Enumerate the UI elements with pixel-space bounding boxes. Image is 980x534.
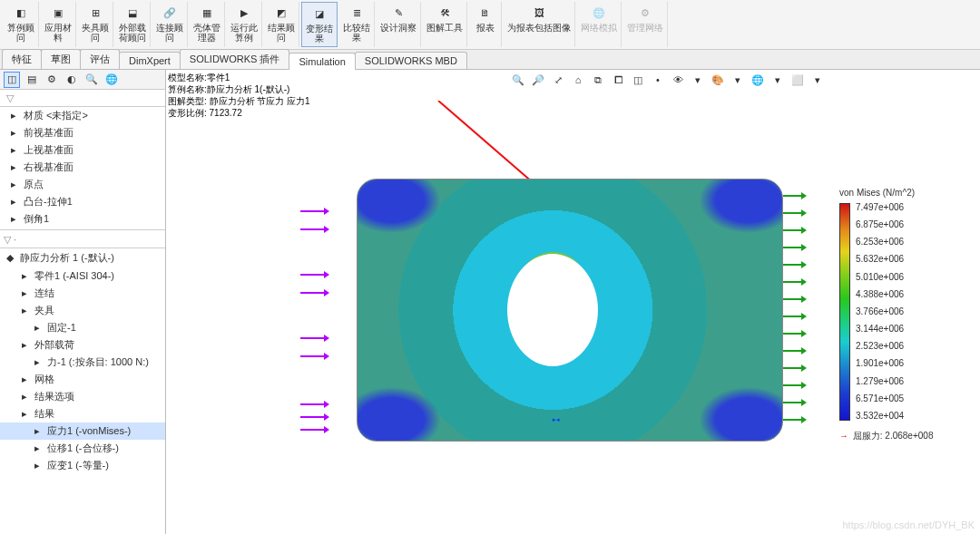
fixture-arrow-icon	[783, 316, 805, 317]
view-tool-5[interactable]: ⧠	[610, 72, 626, 88]
ribbon-item-4[interactable]: 🔗连接顾 问	[152, 2, 188, 47]
view-tool-2[interactable]: ⤢	[550, 72, 566, 88]
legend-tick: 1.279e+006	[856, 377, 904, 386]
tree-item[interactable]: ▸连结	[0, 285, 165, 302]
view-tool-0[interactable]: 🔍	[510, 72, 526, 88]
view-tool-13[interactable]: ▾	[769, 72, 786, 88]
tab-simulation[interactable]: Simulation	[289, 53, 355, 70]
ribbon-label: 连接顾 问	[156, 23, 183, 43]
tree-item[interactable]: ▸倒角1	[0, 210, 165, 228]
mesh-icon: ▸	[18, 374, 31, 386]
view-tool-15[interactable]: ▾	[809, 72, 826, 88]
tab-特征[interactable]: 特征	[2, 49, 42, 69]
feature-tree[interactable]: ▸材质 <未指定>▸前视基准面▸上视基准面▸右视基准面▸原点▸凸台-拉伸1▸倒角…	[0, 107, 165, 534]
ribbon-item-13[interactable]: 🖼为报表包括图像	[504, 2, 575, 47]
tree-item[interactable]: ▸材质 <未指定>	[0, 107, 165, 124]
ribbon-item-10[interactable]: ✎设计洞察	[377, 2, 421, 47]
graphics-viewport[interactable]: 模型名称:零件1算例名称:静应力分析 1(-默认-)图解类型: 静应力分析 节应…	[166, 70, 980, 534]
fm-tab-1[interactable]: ▤	[24, 72, 40, 88]
ribbon-icon: 🛠	[436, 4, 454, 22]
tab-评估[interactable]: 评估	[80, 49, 120, 69]
tree-item[interactable]: ▸固定-1	[0, 319, 165, 336]
tab-solidworks-mbd[interactable]: SOLIDWORKS MBD	[355, 52, 467, 69]
tree-item[interactable]: ▸力-1 (:按条目: 1000 N:)	[0, 354, 165, 371]
tree-item[interactable]: ▸结果	[0, 405, 165, 422]
ribbon-icon: ◧	[12, 4, 30, 22]
tree-item[interactable]: ▸应力1 (-vonMises-)	[0, 422, 165, 440]
view-tool-3[interactable]: ⌂	[570, 72, 586, 88]
feature-manager-panel: ◫▤⚙◐🔍🌐 ▽ ▸材质 <未指定>▸前视基准面▸上视基准面▸右视基准面▸原点▸…	[0, 70, 166, 534]
info-line: 算例名称:静应力分析 1(-默认-)	[168, 83, 310, 95]
view-tool-1[interactable]: 🔎	[530, 72, 546, 88]
tree-label: 右视基准面	[24, 160, 74, 174]
ribbon-icon: ◩	[272, 4, 290, 22]
study-filter[interactable]: ▽ ·	[0, 232, 165, 248]
ribbon-item-8[interactable]: ◪变形结 果	[301, 2, 338, 47]
ribbon-item-5[interactable]: ▦壳体管 理器	[190, 2, 225, 47]
fixture-arrow-icon	[783, 350, 805, 352]
ribbon-item-2[interactable]: ⊞夹具顾 问	[78, 2, 113, 47]
ribbon-icon: ▶	[235, 4, 253, 22]
ribbon-item-11[interactable]: 🛠图解工具	[423, 2, 467, 47]
ribbon-item-7[interactable]: ◩结果顾 问	[264, 2, 299, 47]
tab-solidworks-插件[interactable]: SOLIDWORKS 插件	[180, 49, 290, 69]
ribbon-label: 结果顾 问	[268, 23, 295, 43]
tree-item[interactable]: ▸原点	[0, 176, 165, 193]
ribbon-icon: ≣	[348, 4, 366, 22]
feature-filter[interactable]: ▽	[0, 90, 165, 107]
legend-tick: 2.523e+006	[856, 342, 904, 351]
fm-tab-3[interactable]: ◐	[64, 72, 80, 88]
ribbon-label: 管理网络	[627, 23, 663, 33]
fm-tab-2[interactable]: ⚙	[44, 72, 60, 88]
fixture-arrow-icon	[783, 195, 805, 197]
tab-dimxpert[interactable]: DimXpert	[119, 52, 181, 69]
watermark: https://blog.csdn.net/DYH_BK	[842, 519, 975, 530]
tree-item[interactable]: ▸位移1 (-合位移-)	[0, 440, 165, 457]
tree-item[interactable]: ▸夹具	[0, 302, 165, 319]
fixture-arrow-icon	[783, 333, 805, 335]
tree-item[interactable]: ▸上视基准面	[0, 141, 165, 159]
force-arrow-icon	[300, 337, 328, 339]
view-tool-8[interactable]: 👁	[670, 72, 686, 88]
view-tool-14[interactable]: ⬜	[789, 72, 806, 88]
origin-icon: ▸	[7, 179, 20, 191]
view-tool-6[interactable]: ◫	[630, 72, 646, 88]
tree-item[interactable]: ▸结果选项	[0, 388, 165, 405]
ribbon-item-3[interactable]: ⬓外部载 荷顾问	[115, 2, 151, 47]
tree-item[interactable]: ▸外部载荷	[0, 336, 165, 354]
fm-tab-4[interactable]: 🔍	[83, 72, 100, 88]
view-tool-9[interactable]: ▾	[690, 72, 706, 88]
tree-label: 应力1 (-vonMises-)	[47, 424, 131, 438]
tree-label: 外部载荷	[34, 338, 74, 352]
fixture-icon: ▸	[31, 322, 44, 335]
tree-item[interactable]: ▸前视基准面	[0, 124, 165, 141]
feature-manager-tabs: ◫▤⚙◐🔍🌐	[0, 70, 165, 90]
ribbon-item-14: 🌐网络模拟	[577, 2, 622, 47]
tree-item[interactable]: ▸凸台-拉伸1	[0, 193, 165, 210]
ribbon-item-9[interactable]: ≣比较结 果	[339, 2, 375, 47]
ribbon-icon: 🗎	[476, 4, 495, 22]
strain-icon: ▸	[31, 460, 44, 472]
ribbon-label: 外部载 荷顾问	[119, 23, 146, 43]
fm-tab-5[interactable]: 🌐	[103, 72, 120, 88]
ribbon-icon: ▣	[49, 4, 67, 22]
ribbon-item-6[interactable]: ▶运行此 算例	[227, 2, 262, 47]
tree-item[interactable]: ▸应变1 (-等量-)	[0, 457, 165, 474]
tree-item[interactable]: ▸右视基准面	[0, 159, 165, 176]
view-tool-12[interactable]: 🌐	[750, 72, 766, 88]
view-tool-10[interactable]: 🎨	[710, 72, 726, 88]
study-root[interactable]: ◆静应力分析 1 (-默认-)	[0, 248, 165, 267]
ribbon-item-12[interactable]: 🗎报表	[469, 2, 502, 47]
view-tool-7[interactable]: •	[650, 72, 666, 88]
tree-item[interactable]: ▸零件1 (-AISI 304-)	[0, 267, 165, 285]
tree-item[interactable]: ▸网格	[0, 371, 165, 388]
tree-label: 上视基准面	[24, 143, 74, 157]
view-tool-11[interactable]: ▾	[730, 72, 746, 88]
tab-草图[interactable]: 草图	[41, 49, 81, 69]
force-arrow-icon	[300, 429, 328, 431]
fm-tab-0[interactable]: ◫	[4, 72, 20, 88]
ribbon-item-0[interactable]: ◧算例顾 问	[4, 2, 39, 47]
tree-label: 网格	[34, 373, 54, 386]
view-tool-4[interactable]: ⧉	[590, 72, 606, 88]
ribbon-item-1[interactable]: ▣应用材 料	[41, 2, 76, 47]
